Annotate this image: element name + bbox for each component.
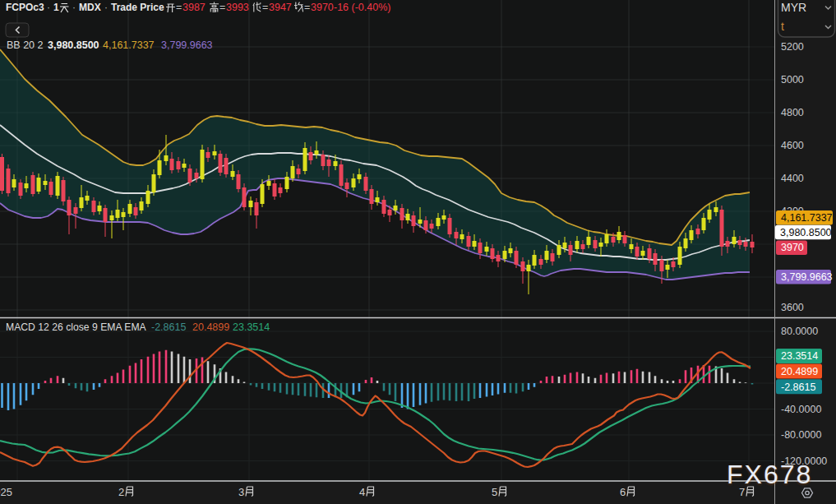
svg-text:=: =: [176, 2, 182, 13]
svg-text:6: 6: [620, 486, 626, 498]
svg-text:4: 4: [359, 486, 365, 498]
svg-text:23.3514: 23.3514: [233, 321, 270, 333]
svg-text:3: 3: [238, 486, 244, 498]
svg-text:5: 5: [492, 486, 497, 498]
svg-text:80.0000: 80.0000: [781, 326, 818, 337]
svg-text:1: 1: [53, 2, 59, 13]
svg-text:=: =: [219, 2, 225, 13]
svg-text:MDX: MDX: [79, 2, 101, 13]
svg-text:3,799.9663: 3,799.9663: [781, 271, 833, 283]
svg-text:3970: 3970: [311, 2, 334, 13]
svg-text:t: t: [781, 20, 784, 33]
svg-text:3,980.8500: 3,980.8500: [780, 227, 832, 238]
svg-text:4400: 4400: [781, 173, 804, 184]
svg-text:·: ·: [47, 2, 50, 13]
svg-text:FX678: FX678: [727, 460, 812, 489]
svg-text:=: =: [262, 2, 268, 13]
svg-text:3970: 3970: [781, 242, 804, 253]
svg-text:4,161.7337: 4,161.7337: [103, 39, 155, 51]
svg-text:-2.8615: -2.8615: [151, 321, 186, 333]
svg-text:20.4899: 20.4899: [781, 366, 818, 377]
svg-text:20.4899: 20.4899: [192, 321, 229, 333]
svg-text:-40.0000: -40.0000: [781, 404, 821, 415]
svg-text:23.3514: 23.3514: [781, 350, 818, 362]
svg-text:5000: 5000: [781, 74, 804, 86]
svg-text:3993: 3993: [226, 2, 249, 13]
svg-text:3947: 3947: [269, 2, 292, 13]
svg-text:Trade Price: Trade Price: [111, 2, 164, 13]
svg-text:·: ·: [72, 2, 76, 13]
svg-text:MACD 12 26 close 9 EMA EMA: MACD 12 26 close 9 EMA EMA: [6, 321, 147, 333]
svg-text:5200: 5200: [781, 41, 804, 53]
svg-text:-80.0000: -80.0000: [781, 429, 821, 441]
svg-text:3987: 3987: [182, 2, 206, 13]
svg-text:2025: 2025: [0, 486, 12, 498]
svg-text:·: ·: [104, 2, 108, 13]
svg-text:4800: 4800: [781, 107, 804, 118]
svg-text:MYR: MYR: [781, 1, 806, 14]
svg-text:FCPOc3: FCPOc3: [6, 2, 44, 13]
svg-text:3,980.8500: 3,980.8500: [48, 39, 99, 51]
svg-text:-2.8615: -2.8615: [781, 381, 815, 393]
svg-text:=: =: [304, 2, 310, 13]
svg-text:-16 (-0.40%): -16 (-0.40%): [334, 2, 390, 13]
svg-text:4,161.7337: 4,161.7337: [781, 212, 833, 224]
svg-text:BB 20 2: BB 20 2: [7, 39, 44, 51]
svg-text:2: 2: [118, 486, 124, 498]
svg-text:3,799.9663: 3,799.9663: [161, 39, 213, 51]
svg-text:3600: 3600: [781, 302, 804, 313]
svg-text:4600: 4600: [781, 140, 804, 151]
